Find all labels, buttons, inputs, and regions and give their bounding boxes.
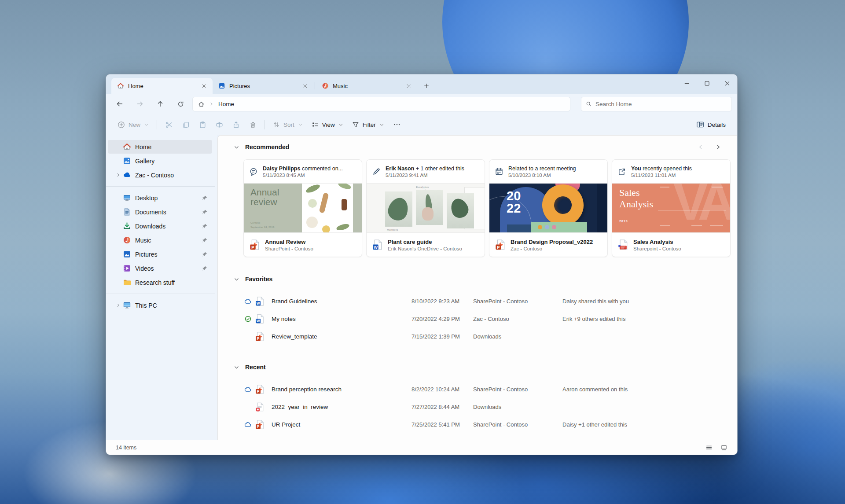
scroll-left-icon[interactable] <box>698 144 704 150</box>
rename-button[interactable] <box>211 117 228 132</box>
minimize-button[interactable] <box>676 74 697 92</box>
file-row-review-template[interactable]: Review_template 7/15/2022 1:39 PM Downlo… <box>244 327 737 345</box>
forward-icon <box>136 100 143 107</box>
paste-icon <box>199 121 206 129</box>
view-button[interactable]: View <box>307 117 348 132</box>
paste-button[interactable] <box>194 117 211 132</box>
maximize-button[interactable] <box>697 74 717 92</box>
chevron-right-icon[interactable] <box>113 173 123 177</box>
sort-button[interactable]: Sort <box>268 117 307 132</box>
recommended-card-plant-care-guide[interactable]: Erik Nason + 1 other edited this 5/11/20… <box>366 159 485 257</box>
view-button-label: View <box>322 121 335 128</box>
recent-section-header[interactable]: Recent <box>234 361 721 373</box>
refresh-button[interactable] <box>172 96 189 111</box>
onedrive-cloud-icon <box>123 171 131 179</box>
tab-music[interactable]: Music <box>316 78 417 94</box>
thumbnail-photo <box>302 183 353 233</box>
sidebar-item-desktop[interactable]: Desktop <box>108 191 212 205</box>
tab-close-icon[interactable] <box>198 81 209 91</box>
share-icon <box>232 121 240 129</box>
tab-close-icon[interactable] <box>300 81 310 91</box>
back-icon <box>116 100 123 107</box>
delete-button[interactable] <box>244 117 261 132</box>
file-location: SharePoint - Contoso <box>473 298 562 305</box>
share-button[interactable] <box>228 117 244 132</box>
breadcrumb-chevron-icon <box>209 102 214 107</box>
sidebar-item-research-stuff[interactable]: Research stuff <box>108 276 212 289</box>
tab-home[interactable]: Home <box>111 78 213 94</box>
word-file-icon <box>372 239 383 250</box>
file-row-ur-project[interactable]: UR Project 7/25/2022 5:41 PM SharePoint … <box>244 416 737 433</box>
actor-name: Daisy Philipps <box>263 166 300 172</box>
file-row-2022-year-in-review[interactable]: 2022_year_in_review 7/27/2022 8:44 AM Do… <box>244 398 737 416</box>
tab-close-icon[interactable] <box>403 81 414 91</box>
recommended-section-header[interactable]: Recommended <box>234 141 721 153</box>
breadcrumb: Home <box>218 101 234 107</box>
forward-button[interactable] <box>132 96 148 111</box>
address-bar[interactable]: Home <box>192 97 570 111</box>
tab-strip: Home Pictures Music <box>106 74 737 94</box>
search-input[interactable] <box>595 101 727 107</box>
sidebar-item-this-pc[interactable]: This PC <box>108 298 212 312</box>
card-file-source: Zac - Contoso <box>511 246 593 251</box>
toolbar-divider <box>265 120 265 129</box>
tab-pictures[interactable]: Pictures <box>213 78 314 94</box>
plus-circle-icon <box>118 121 125 129</box>
section-title: Recommended <box>245 143 289 151</box>
file-row-my-notes[interactable]: My notes 7/20/2022 4:29 PM Zac - Contoso… <box>244 310 737 327</box>
file-name: Brand Guidelines <box>272 298 411 305</box>
file-row-brand-perception-research[interactable]: Brand perception research 8/2/2022 10:24… <box>244 380 737 398</box>
details-button[interactable]: Details <box>692 117 730 132</box>
sidebar-item-home[interactable]: Home <box>108 140 212 154</box>
activity-text: Related to a recent meeting <box>508 166 576 172</box>
tab-label: Music <box>333 83 399 89</box>
scroll-right-icon[interactable] <box>715 144 721 150</box>
sidebar-item-downloads[interactable]: Downloads <box>108 219 212 233</box>
minimize-icon <box>683 80 690 87</box>
comment-icon <box>249 167 258 176</box>
thumbnail-photo <box>447 193 474 228</box>
sort-icon <box>273 121 280 128</box>
sidebar-item-videos[interactable]: Videos <box>108 261 212 275</box>
search-box[interactable] <box>581 97 732 111</box>
list-view-toggle[interactable] <box>705 444 713 451</box>
card-footer: Annual Review SharePoint - Contoso <box>244 233 362 257</box>
sidebar-item-label: Home <box>135 143 212 151</box>
card-file-name: Brand Design Proposal_v2022 <box>511 239 593 245</box>
filter-button[interactable]: Filter <box>348 117 389 132</box>
sidebar-item-music[interactable]: Music <box>108 233 212 247</box>
file-activity: Aaron commented on this <box>562 386 737 393</box>
file-date: 7/27/2022 8:44 AM <box>411 404 473 410</box>
chevron-right-icon[interactable] <box>113 303 123 308</box>
more-options-button[interactable] <box>389 117 405 132</box>
chevron-down-icon[interactable] <box>234 364 239 370</box>
recommended-card-sales-analysis[interactable]: You recently opened this 5/11/2023 11:01… <box>612 159 731 257</box>
close-button[interactable] <box>717 74 737 92</box>
sidebar-item-gallery[interactable]: Gallery <box>108 154 212 168</box>
file-row-brand-guidelines[interactable]: Brand Guidelines 8/10/2022 9:23 AM Share… <box>244 292 737 310</box>
recommended-card-brand-design-proposal[interactable]: Related to a recent meeting 5/10/2023 8:… <box>489 159 608 257</box>
pin-icon <box>202 195 208 201</box>
file-explorer-window: Home Pictures Music Home <box>106 74 738 455</box>
new-button[interactable]: New <box>113 117 153 132</box>
chevron-down-icon[interactable] <box>234 276 239 282</box>
section-title: Favorites <box>245 276 272 283</box>
sidebar-item-pictures[interactable]: Pictures <box>108 247 212 261</box>
downloads-icon <box>123 222 131 230</box>
cut-button[interactable] <box>161 117 177 132</box>
large-thumbnails-toggle[interactable] <box>720 444 727 451</box>
back-button[interactable] <box>111 96 128 111</box>
activity-text: commented on... <box>300 166 343 172</box>
chevron-down-icon[interactable] <box>234 144 239 150</box>
new-tab-button[interactable] <box>420 80 433 92</box>
favorites-section-header[interactable]: Favorites <box>234 273 721 285</box>
chevron-down-icon <box>338 122 343 127</box>
copy-button[interactable] <box>177 117 194 132</box>
filter-button-label: Filter <box>363 121 376 128</box>
recommended-card-annual-review[interactable]: Daisy Philipps commented on... 5/11/2023… <box>243 159 362 257</box>
sidebar-item-documents[interactable]: Documents <box>108 205 212 219</box>
sidebar-item-onedrive[interactable]: Zac - Contoso <box>108 168 212 182</box>
cut-icon <box>165 121 173 129</box>
sidebar-item-label: This PC <box>135 302 212 309</box>
up-button[interactable] <box>152 96 169 111</box>
